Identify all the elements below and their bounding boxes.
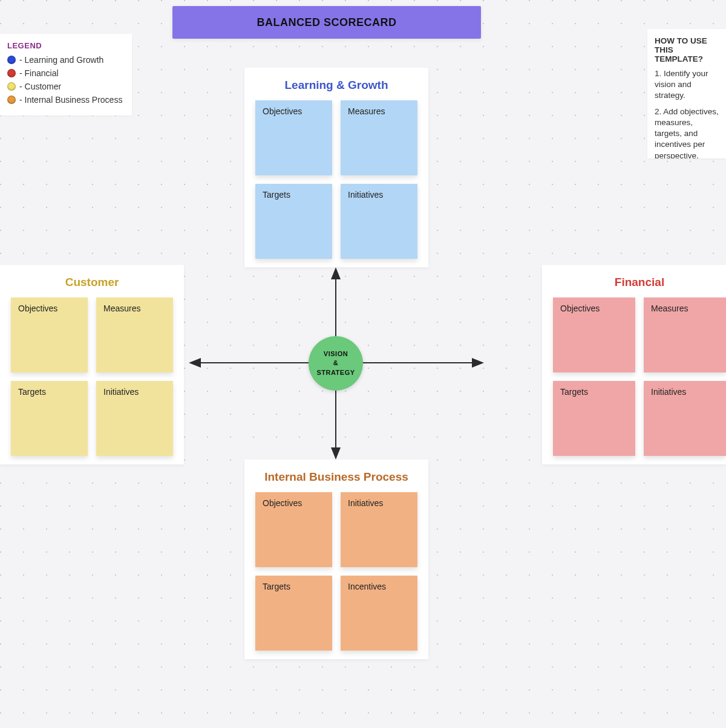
panel-customer[interactable]: Customer Objectives Measures Targets Ini…: [0, 265, 184, 464]
center-line3: STRATEGY: [316, 369, 355, 376]
title-bar[interactable]: BALANCED SCORECARD: [172, 6, 481, 39]
center-vision-strategy[interactable]: VISION & STRATEGY: [309, 336, 363, 391]
cust-card-measures[interactable]: Measures: [96, 297, 173, 372]
title-text: BALANCED SCORECARD: [257, 16, 396, 29]
legend-dot-financial: [7, 69, 16, 77]
ibp-card-objectives[interactable]: Objectives: [255, 492, 332, 567]
legend-item-learning: - Learning and Growth: [7, 55, 125, 65]
legend-label-financial: - Financial: [19, 68, 59, 78]
legend-title: LEGEND: [7, 41, 125, 50]
fin-card-objectives[interactable]: Objectives: [553, 297, 635, 372]
cust-card-targets[interactable]: Targets: [11, 381, 88, 456]
legend-dot-customer: [7, 82, 16, 91]
panel-internal-business[interactable]: Internal Business Process Objectives Ini…: [244, 460, 428, 659]
ibp-card-initiatives[interactable]: Initiatives: [341, 492, 417, 567]
legend-label-learning: - Learning and Growth: [19, 55, 103, 65]
fin-card-measures[interactable]: Measures: [644, 297, 726, 372]
legend-item-ibp: - Internal Business Process: [7, 95, 125, 105]
howto-step-1: 1. Identify your vision and strategy.: [655, 68, 719, 102]
legend-panel[interactable]: LEGEND - Learning and Growth - Financial…: [0, 34, 132, 115]
panel-title-learning-growth: Learning & Growth: [255, 79, 417, 92]
panel-title-internal-business: Internal Business Process: [255, 470, 417, 484]
legend-item-customer: - Customer: [7, 82, 125, 91]
legend-item-financial: - Financial: [7, 68, 125, 78]
cust-card-initiatives[interactable]: Initiatives: [96, 381, 173, 456]
howto-step-2: 2. Add objectives, measures, targets, an…: [655, 106, 719, 158]
howto-panel[interactable]: HOW TO USE THIS TEMPLATE? 1. Identify yo…: [647, 29, 726, 158]
legend-label-customer: - Customer: [19, 82, 61, 91]
lg-card-initiatives[interactable]: Initiatives: [341, 184, 417, 259]
legend-dot-ibp: [7, 96, 16, 104]
center-line1: VISION: [324, 350, 348, 357]
panel-financial[interactable]: Financial Objectives Measures Targets In…: [542, 265, 726, 464]
legend-dot-learning: [7, 56, 16, 64]
ibp-card-incentives[interactable]: Incentives: [341, 576, 417, 651]
panel-title-customer: Customer: [11, 276, 173, 289]
legend-label-ibp: - Internal Business Process: [19, 95, 122, 105]
lg-card-objectives[interactable]: Objectives: [255, 100, 332, 175]
panel-learning-growth[interactable]: Learning & Growth Objectives Measures Ta…: [244, 68, 428, 267]
ibp-card-targets[interactable]: Targets: [255, 576, 332, 651]
lg-card-targets[interactable]: Targets: [255, 184, 332, 259]
howto-title: HOW TO USE THIS TEMPLATE?: [655, 36, 719, 63]
fin-card-targets[interactable]: Targets: [553, 381, 635, 456]
lg-card-measures[interactable]: Measures: [341, 100, 417, 175]
fin-card-initiatives[interactable]: Initiatives: [644, 381, 726, 456]
panel-title-financial: Financial: [553, 276, 726, 289]
center-line2: &: [333, 359, 338, 366]
cust-card-objectives[interactable]: Objectives: [11, 297, 88, 372]
